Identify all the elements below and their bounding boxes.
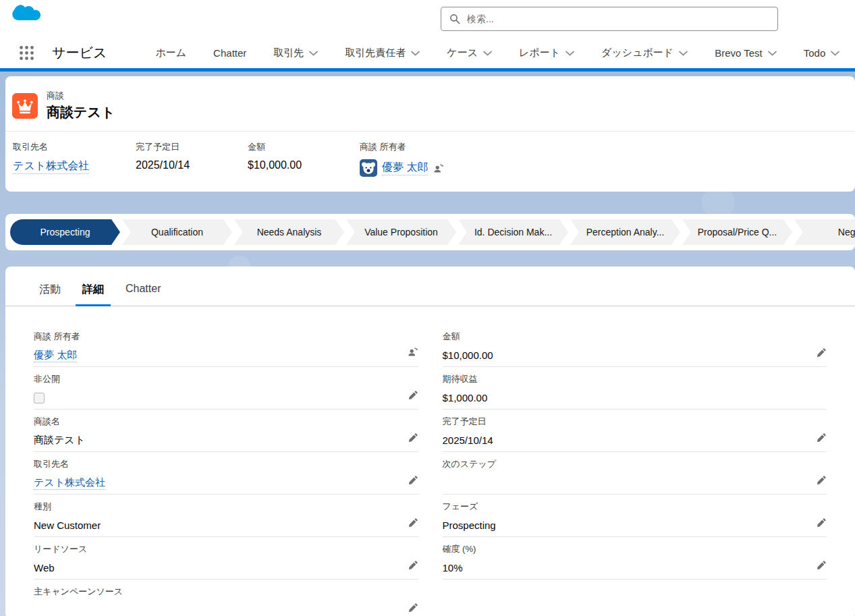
field-label: 金額 (248, 141, 349, 153)
nav-tab-home[interactable]: ホーム (155, 47, 186, 59)
stage-label: Perception Analy... (586, 227, 665, 237)
chevron-down-icon[interactable] (411, 51, 420, 56)
path-stage-proposal-price-quote[interactable]: Proposal/Price Q... (682, 219, 792, 245)
path-stage-qualification[interactable]: Qualification (122, 219, 232, 245)
nav-tab-label: レポート (519, 47, 560, 59)
field-next-step: 次のステップ (443, 452, 827, 495)
field-private: 非公開 (34, 367, 418, 410)
chevron-down-icon[interactable] (679, 51, 688, 56)
sales-path-card: Prospecting Qualification Needs Analysis… (5, 214, 855, 250)
edit-pencil-icon[interactable] (817, 475, 827, 485)
path-stage-prospecting[interactable]: Prospecting (10, 219, 120, 245)
account-link[interactable]: テスト株式会社 (34, 476, 105, 490)
record-header-card: 商談 商談テスト 取引先名 テスト株式会社 完了予定日 2025/10/14 金… (5, 76, 855, 192)
edit-pencil-icon[interactable] (408, 475, 418, 485)
tab-activity[interactable]: 活動 (28, 279, 72, 306)
sales-path: Prospecting Qualification Needs Analysis… (10, 219, 855, 245)
edit-pencil-icon[interactable] (817, 432, 827, 443)
object-label: 商談 (47, 90, 115, 102)
change-owner-icon[interactable] (407, 346, 418, 358)
chevron-down-icon[interactable] (309, 51, 318, 56)
search-input[interactable] (466, 13, 769, 25)
edit-pencil-icon[interactable] (408, 432, 418, 443)
nav-tab-brevo-test[interactable]: Brevo Test (715, 47, 777, 59)
field-label: 商談名 (34, 416, 401, 428)
edit-pencil-icon[interactable] (408, 603, 418, 613)
nav-tab-reports[interactable]: レポート (519, 47, 574, 59)
highlight-account-name: 取引先名 テスト株式会社 (13, 141, 136, 177)
edit-pencil-icon[interactable] (817, 560, 827, 570)
edit-pencil-icon[interactable] (408, 517, 418, 528)
field-label: 期待収益 (443, 373, 810, 385)
edit-pencil-icon[interactable] (817, 347, 827, 358)
field-account-name: 取引先名 テスト株式会社 (34, 452, 418, 495)
edit-pencil-icon[interactable] (817, 517, 827, 528)
field-value (443, 476, 810, 490)
nav-tab-todo[interactable]: Todo (804, 47, 840, 59)
owner-avatar (360, 159, 377, 177)
edit-pencil-icon[interactable] (408, 560, 418, 570)
nav-tab-label: ケース (447, 47, 478, 59)
owner-link[interactable]: 優夢 太郎 (34, 349, 77, 362)
field-value (34, 603, 401, 616)
field-value: 2025/10/14 (136, 159, 237, 171)
stage-label: Proposal/Price Q... (698, 227, 777, 237)
nav-tab-cases[interactable]: ケース (447, 47, 492, 59)
chevron-down-icon[interactable] (483, 51, 492, 56)
owner-link[interactable]: 優夢 太郎 (382, 161, 428, 175)
nav-tab-contacts[interactable]: 取引先責任者 (345, 47, 420, 59)
page-background: 商談 商談テスト 取引先名 テスト株式会社 完了予定日 2025/10/14 金… (0, 72, 855, 616)
nav-tab-dashboards[interactable]: ダッシュボード (601, 47, 688, 59)
nav-tab-chatter[interactable]: Chatter (213, 47, 246, 59)
field-label: 金額 (443, 331, 810, 343)
field-label: 確度 (%) (443, 543, 810, 555)
app-launcher-icon[interactable] (19, 45, 34, 61)
global-search (441, 7, 778, 31)
field-stage: フェーズ Prospecting (443, 495, 827, 537)
detail-column-right: 金額 $10,000.00 期待収益 $1,000.00 完了予定日 2025/… (443, 325, 827, 616)
stage-label: Id. Decision Mak... (474, 227, 552, 237)
field-value: New Customer (34, 518, 401, 532)
chevron-down-icon[interactable] (831, 51, 839, 56)
nav-tab-label: Todo (804, 47, 826, 59)
path-stage-value-proposition[interactable]: Value Proposition (346, 219, 456, 245)
private-checkbox[interactable] (34, 393, 45, 403)
field-value: $10,000.00 (248, 159, 349, 171)
path-stage-needs-analysis[interactable]: Needs Analysis (234, 219, 344, 245)
field-label: 種別 (34, 501, 401, 513)
app-nav-bar: サービス ホーム Chatter 取引先 取引先責任者 ケース レポート ダッシ… (0, 38, 855, 68)
edit-pencil-icon[interactable] (408, 390, 418, 400)
path-stage-id-decision-makers[interactable]: Id. Decision Mak... (458, 219, 568, 245)
field-label: 主キャンペーンソース (34, 586, 401, 598)
record-title: 商談テスト (47, 103, 115, 121)
highlights-panel: 取引先名 テスト株式会社 完了予定日 2025/10/14 金額 $10,000… (5, 132, 855, 192)
path-stage-negotiation[interactable]: Nego (794, 219, 855, 245)
tab-chatter[interactable]: Chatter (115, 279, 171, 306)
account-link[interactable]: テスト株式会社 (13, 159, 89, 174)
path-stage-perception-analysis[interactable]: Perception Analy... (570, 219, 680, 245)
tab-details[interactable]: 詳細 (72, 279, 115, 306)
salesforce-logo-icon (9, 3, 45, 32)
stage-label: Qualification (151, 227, 203, 237)
app-name[interactable]: サービス (52, 44, 107, 62)
highlight-owner: 商談 所有者 優夢 太郎 (360, 141, 455, 177)
stage-label: Needs Analysis (257, 227, 322, 237)
field-primary-campaign-source: 主キャンペーンソース (34, 580, 418, 616)
chevron-down-icon[interactable] (566, 51, 574, 56)
chevron-down-icon[interactable] (768, 51, 777, 56)
nav-tab-accounts[interactable]: 取引先 (273, 47, 318, 59)
field-close-date: 完了予定日 2025/10/14 (443, 410, 827, 452)
field-label: リードソース (34, 543, 401, 555)
field-label: 完了予定日 (136, 141, 237, 153)
stage-label: Prospecting (40, 227, 90, 237)
field-label: 取引先名 (34, 458, 401, 470)
field-expected-revenue: 期待収益 $1,000.00 (443, 367, 827, 410)
record-tabs: 活動 詳細 Chatter (5, 267, 855, 306)
field-type: 種別 New Customer (34, 495, 418, 537)
field-label: 商談 所有者 (360, 141, 444, 153)
change-owner-icon[interactable] (433, 163, 444, 174)
field-value: Prospecting (443, 518, 810, 532)
field-value: Web (34, 561, 401, 575)
field-label: 非公開 (34, 373, 401, 385)
global-header (0, 0, 855, 38)
